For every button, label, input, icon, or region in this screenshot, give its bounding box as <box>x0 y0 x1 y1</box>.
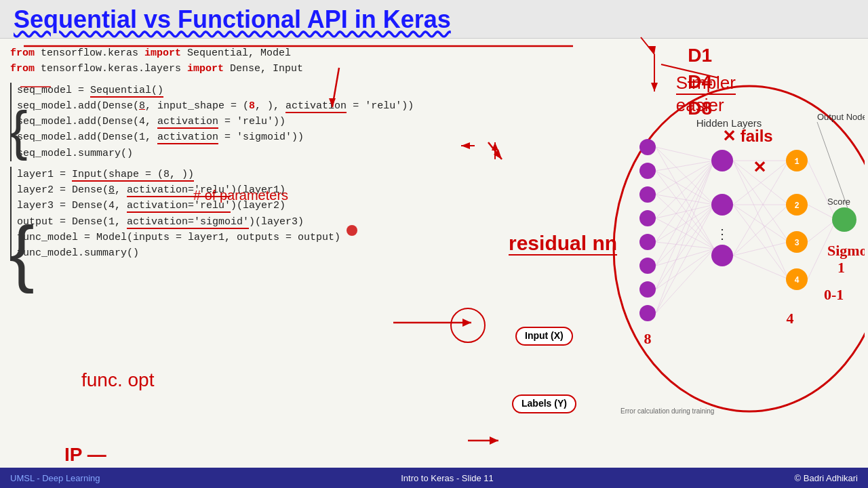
svg-text:2: 2 <box>794 201 799 211</box>
hidden1-node-2 <box>711 194 733 216</box>
eight-label: 8 <box>644 330 652 347</box>
svg-line-35 <box>733 205 789 256</box>
hidden1-node-3 <box>711 245 733 266</box>
svg-text:3: 3 <box>794 239 799 248</box>
code-section: from tensorflow.keras import Sequential,… <box>0 39 488 459</box>
error-calc-text: Error calculation during training <box>620 405 714 417</box>
seq-code-group: seq_model = Sequential() seq_model.add(D… <box>10 83 478 161</box>
main-content: from tensorflow.keras import Sequential,… <box>0 39 868 459</box>
seq-line-1: seq_model = Sequential() <box>17 83 478 98</box>
four-label: 4 <box>787 310 794 327</box>
bottom-bar: UMSL - Deep Learning Intro to Keras - Sl… <box>0 468 868 488</box>
svg-line-23 <box>656 205 714 313</box>
zero-one-text: 0-1 <box>824 286 844 303</box>
svg-line-1 <box>656 147 714 161</box>
labels-y-label: Labels (Y) <box>512 394 576 413</box>
svg-line-36 <box>733 242 789 256</box>
func-code-group: layer1 = Input(shape = (8, )) layer2 = D… <box>10 167 478 262</box>
right-panel: D1 D4 D8 Simpler easier residual nn Fixe… <box>488 39 868 459</box>
output-node-text: Output Node <box>817 112 865 122</box>
x-mark: ✕ <box>753 159 766 176</box>
svg-line-42 <box>808 161 836 220</box>
bottom-center: Intro to Keras - Slide 11 <box>401 473 494 483</box>
seq-line-5: seq_model.summary() <box>17 146 478 161</box>
svg-text:4: 4 <box>794 276 799 285</box>
input-node-1 <box>639 139 656 155</box>
seq-line-3: seq_model.add(Dense(4, activation = 'rel… <box>17 114 478 129</box>
nn-diagram: ⋮ 1 2 3 <box>593 59 865 439</box>
input-node-8 <box>639 305 656 321</box>
input-node-5 <box>639 234 656 250</box>
svg-line-20 <box>656 205 714 289</box>
fails-annotation: ✕ fails <box>722 127 773 146</box>
input-node-3 <box>639 186 656 203</box>
input-x-label: Input (X) <box>515 327 573 346</box>
svg-line-21 <box>656 249 714 289</box>
svg-line-24 <box>656 249 714 313</box>
hidden1-node-1 <box>711 150 733 171</box>
svg-line-18 <box>656 249 714 266</box>
score-text: Score <box>827 197 850 207</box>
svg-line-19 <box>656 161 714 289</box>
svg-line-44 <box>808 220 836 242</box>
slide-title: Sequential vs Functional API in Keras <box>14 5 854 34</box>
ip-annotation: IP — <box>64 444 106 466</box>
svg-line-43 <box>808 205 836 220</box>
bottom-left: UMSL - Deep Learning <box>10 473 100 483</box>
func-opt-annotation: func. opt <box>81 369 154 391</box>
func-line-1: layer1 = Input(shape = (8, )) <box>17 167 478 182</box>
func-line-5: func_model = Model(inputs = layer1, outp… <box>17 230 478 245</box>
svg-line-9 <box>656 195 714 249</box>
final-output-node <box>832 207 856 232</box>
svg-line-11 <box>656 205 714 218</box>
svg-line-15 <box>656 242 714 249</box>
svg-line-17 <box>656 205 714 266</box>
bottom-right: © Badri Adhikari <box>795 473 858 483</box>
svg-text:1: 1 <box>794 157 799 167</box>
func-line-6: func_model.summary() <box>17 245 478 261</box>
svg-line-29 <box>733 161 789 279</box>
svg-line-16 <box>656 161 714 266</box>
import-line-2: from tensorflow.keras.layers import Dens… <box>10 61 478 77</box>
seq-line-4: seq_model.add(Dense(1, activation = 'sig… <box>17 129 478 145</box>
svg-line-46 <box>817 122 848 208</box>
seq-line-2: seq_model.add(Dense(8, input_shape = (8,… <box>17 98 478 114</box>
input-node-7 <box>639 281 656 298</box>
svg-line-37 <box>733 256 789 279</box>
svg-line-14 <box>656 205 714 242</box>
input-node-6 <box>639 258 656 274</box>
input-node-2 <box>639 163 656 179</box>
import-lines: from tensorflow.keras import Sequential,… <box>10 45 478 77</box>
sigmoid-text: Sigmoid <box>827 242 865 259</box>
svg-line-13 <box>656 161 714 242</box>
svg-line-32 <box>733 205 789 242</box>
import-line-1: from tensorflow.keras import Sequential,… <box>10 45 478 61</box>
params-annotation: # of parameters <box>193 188 288 203</box>
svg-line-33 <box>733 205 789 279</box>
sigmoid-1-text: 1 <box>837 259 845 276</box>
func-line-4: output = Dense(1, activation='sigmoid')(… <box>17 214 478 230</box>
title-bar: Sequential vs Functional API in Keras <box>0 0 868 39</box>
input-node-4 <box>639 210 656 226</box>
svg-text:⋮: ⋮ <box>715 227 729 243</box>
